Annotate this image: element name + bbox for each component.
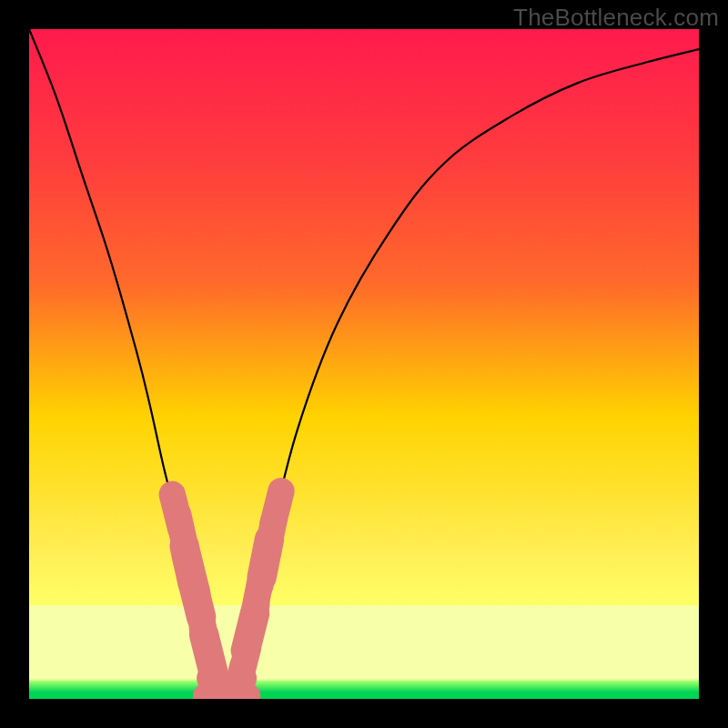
plot-area [29,29,699,699]
svg-line-22 [273,491,281,525]
gradient-background [29,29,699,699]
data-dot [273,491,281,525]
chart-root: TheBottleneck.com [0,0,728,728]
watermark-text: TheBottleneck.com [513,4,719,32]
plot-svg [29,29,699,699]
